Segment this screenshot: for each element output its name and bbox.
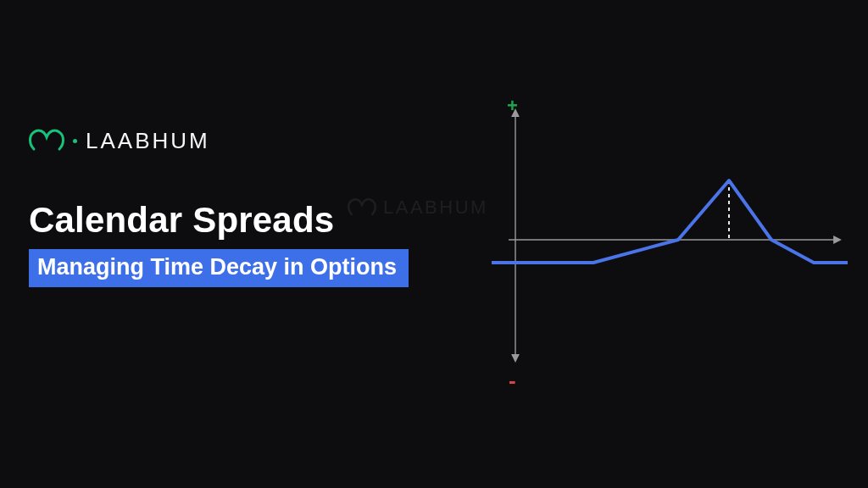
page-subtitle: Managing Time Decay in Options xyxy=(37,254,397,280)
headline-block: Calendar Spreads Managing Time Decay in … xyxy=(29,200,409,287)
axis-positive-label: + xyxy=(507,95,518,117)
logo-icon xyxy=(29,127,64,154)
subtitle-bar: Managing Time Decay in Options xyxy=(29,249,409,287)
payoff-line xyxy=(492,180,848,263)
page-title: Calendar Spreads xyxy=(29,200,409,241)
brand-name: LAABHUM xyxy=(86,128,210,154)
axis-negative-label: - xyxy=(509,376,516,385)
brand-logo: LAABHUM xyxy=(29,127,210,154)
logo-dot-icon xyxy=(73,139,77,143)
payoff-chart-svg xyxy=(492,100,848,371)
payoff-chart: + - xyxy=(492,100,848,371)
